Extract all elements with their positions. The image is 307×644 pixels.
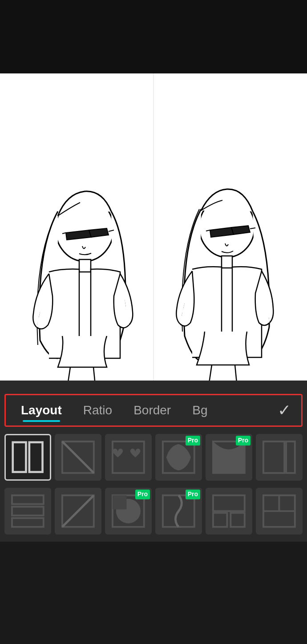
svg-rect-11: [29, 442, 43, 472]
svg-rect-5: [79, 259, 91, 272]
layout-grid-row2: Pro Pro: [0, 488, 307, 542]
layout-option-diagonal2[interactable]: [55, 488, 101, 535]
layout-option-corner[interactable]: [256, 488, 303, 535]
bottom-panel: Layout Ratio Border Bg ✓: [0, 381, 307, 542]
layout-option-blob1[interactable]: Pro: [155, 434, 202, 481]
svg-line-23: [62, 495, 94, 527]
svg-rect-29: [213, 513, 227, 527]
svg-line-13: [62, 441, 94, 473]
tab-border[interactable]: Border: [123, 395, 182, 425]
layout-option-circle-cut[interactable]: Pro: [105, 488, 152, 535]
layout-option-curve1[interactable]: Pro: [206, 434, 252, 481]
svg-rect-21: [12, 518, 44, 527]
checkmark-icon: ✓: [278, 401, 291, 420]
layout-option-t-shape[interactable]: [206, 488, 252, 535]
svg-rect-26: [113, 495, 127, 510]
layout-option-two-col[interactable]: [4, 434, 51, 481]
top-status-bar: [0, 0, 307, 73]
pro-badge-3: Pro: [135, 490, 150, 499]
svg-rect-28: [213, 495, 245, 511]
layout-option-diagonal[interactable]: [55, 434, 101, 481]
layout-option-s-curve[interactable]: Pro: [155, 488, 202, 535]
layout-option-hearts[interactable]: [105, 434, 152, 481]
svg-rect-10: [13, 442, 26, 472]
pro-badge-2: Pro: [236, 436, 250, 446]
tab-bg[interactable]: Bg: [182, 395, 218, 425]
tab-ratio[interactable]: Ratio: [73, 395, 123, 425]
tab-layout[interactable]: Layout: [10, 395, 73, 425]
svg-rect-14: [113, 441, 144, 473]
canvas-area: [0, 73, 307, 381]
layout-grid-row1: Pro Pro: [0, 427, 307, 488]
svg-rect-30: [230, 513, 245, 527]
pro-badge-4: Pro: [186, 490, 200, 499]
svg-rect-20: [12, 507, 44, 516]
svg-rect-18: [286, 441, 295, 473]
layout-option-three-row[interactable]: [4, 488, 51, 535]
svg-rect-17: [263, 441, 284, 473]
confirm-button[interactable]: ✓: [272, 398, 297, 423]
svg-rect-9: [222, 256, 232, 268]
pro-badge: Pro: [186, 436, 200, 446]
tab-bar: Layout Ratio Border Bg ✓: [4, 394, 303, 427]
tabs-container: Layout Ratio Border Bg: [10, 395, 218, 425]
layout-option-side-strip[interactable]: [256, 434, 303, 481]
svg-rect-19: [12, 495, 44, 504]
